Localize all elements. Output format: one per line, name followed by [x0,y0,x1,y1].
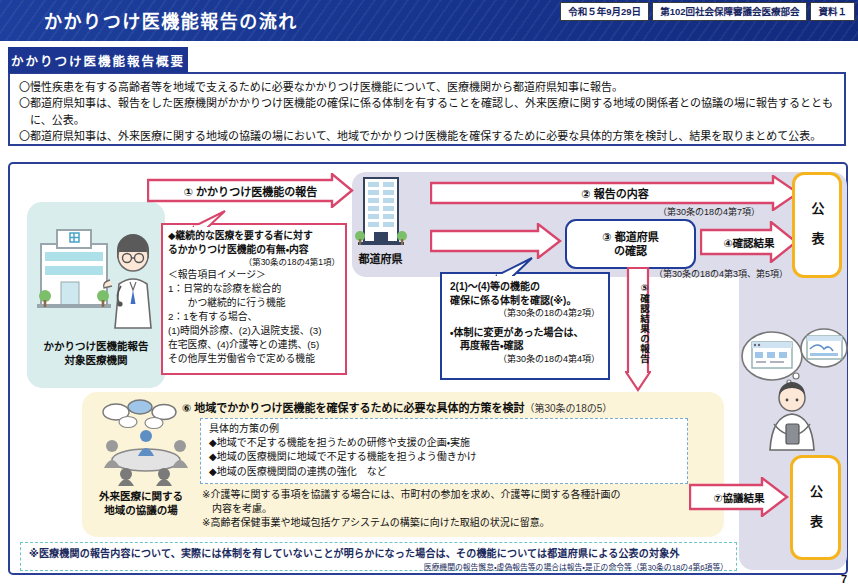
prefecture-confirmation-box: ③ 都道府県 の確認 [565,219,696,269]
section-6-legal-note: （第30条の18の5） [524,403,612,414]
prefecture-label: 都道府県 [343,250,418,266]
page-number: 7 [841,573,847,585]
meeting-illustration-icon [94,398,198,490]
arrow-5-report-of-result: ⑤確認結果の報告 [625,267,651,392]
forum-notes: ※介護等に関する事項を協議する場合には、市町村の参加を求め、介護等に関する各種計… [202,488,722,529]
callout-pointer [191,210,229,227]
page-title: かかりつけ医機能報告の流れ [44,7,298,33]
overview-bullet: 〇都道府県知事は、外来医療に関する地域の協議の場において、地域でかかりつけ医機能… [19,128,835,144]
arrow-4-legal-note: （第30条の18の4第3項、第5項） [654,267,788,280]
medical-institution-label: かかりつけ医機能報告 対象医療機関 [27,339,165,367]
callout-title: ◆継続的な医療を要する者に対す るかかりつけ医機能の有無・内容 [168,229,340,256]
check-box-pointer [494,257,536,276]
material-number-box: 資料１ [810,2,855,21]
publish-label: 公表 [806,485,825,545]
overview-box: 〇慢性疾患を有する高齢者等を地域で支えるために必要なかかりつけ医機能について、医… [8,72,846,146]
footnote-sub: 医療機関の報告懈怠・虚偽報告等の場合は報告・是正の命令等（第30条の18の4第6… [29,561,728,572]
publish-box-top: 公表 [792,172,842,278]
header-meta: 令和５年9月29日 第102回社会保障審議会医療部会 資料１ [560,2,855,21]
check-ref-1: （第30条の18の4第2項） [450,307,600,321]
header-bar: かかりつけ医機能報告の流れ 令和５年9月29日 第102回社会保障審議会医療部会… [0,0,858,41]
date-box: 令和５年9月29日 [560,2,649,21]
arrow-5-label: ⑤確認結果の報告 [625,273,651,373]
publish-label: 公表 [808,202,827,262]
forum-label: 外来医療に関する 地域の協議の場 [84,489,198,517]
forum-box: ⑥ 地域でかかりつけ医機能を確保するために必要な具体的方策を検討（第30条の18… [82,392,724,537]
slide: かかりつけ医機能報告の流れ 令和５年9月29日 第102回社会保障審議会医療部会… [0,0,858,588]
arrow-2-label: ② 報告の内容 [430,175,824,211]
check-ref-2: （第30条の18の4第4項） [450,353,600,367]
citizen-phone-icon [740,324,848,456]
arrow-1-report: ① かかりつけ医機能の報告 [147,173,354,208]
flow-diagram: かかりつけ医機能報告 対象医療機関 都道府県 [8,162,848,575]
footnote-main: ※医療機関の報告内容について、実際には体制を有していないことが明らかになった場合… [29,545,728,560]
section-heading: かかりつけ医機能報告概要 [8,47,188,73]
section-6-heading: ⑥ 地域でかかりつけ医機能を確保するために必要な具体的方策を検討（第30条の18… [182,399,612,415]
overview-bullet: 〇都道府県知事は、報告をした医療機関がかかりつけ医機能の確保に係る体制を有するこ… [19,95,835,128]
arrow-2-legal-note: （第30条の18の4第7項） [658,205,760,218]
section-6-title: ⑥ 地域でかかりつけ医機能を確保するために必要な具体的方策を検討 [182,402,524,414]
arrow-4-confirm-result: ④確認結果 [700,221,798,263]
overview-bullet: 〇慢性疾患を有する高齢者等を地域で支えるために必要なかかりつけ医機能について、医… [19,79,835,95]
publish-box-bottom: 公表 [790,455,841,560]
system-check-box: 2(1)～(4)等の機能の 確保に係る体制を確認(※)。 （第30条の18の4第… [440,272,610,380]
check-line-2: ・体制に変更があった場合は、 再度報告・確認 [450,326,600,353]
arrow-to-confirmation [430,223,562,259]
report-items-callout: ◆継続的な医療を要する者に対す るかかりつけ医機能の有無・内容 （第30条の18… [161,223,347,375]
footnote-box: ※医療機関の報告内容について、実際には体制を有していないことが明らかになった場合… [20,542,737,571]
medical-institution-box: かかりつけ医機能報告 対象医療機関 [27,202,165,388]
committee-box: 第102回社会保障審議会医療部会 [652,2,807,21]
arrow-7-discussion-result: ⑦協議結果 [689,477,789,517]
arrow-1-label: ① かかりつけ医機能の報告 [147,173,374,208]
hospital-doctor-icon [31,210,163,336]
check-line-1: 2(1)～(4)等の機能の 確保に係る体制を確認(※)。 [450,280,600,307]
callout-body: ＜報告項目イメージ＞ 1：日常的な診療を総合的 かつ継続的に行う機能 2：1を有… [168,268,340,366]
measures-examples-box: 具体的方策の例 ◆地域で不足する機能を担うための研修や支援の企画・実施 ◆地域の… [200,418,688,484]
callout-legal-note: （第30条の18の4第1項） [168,256,340,268]
